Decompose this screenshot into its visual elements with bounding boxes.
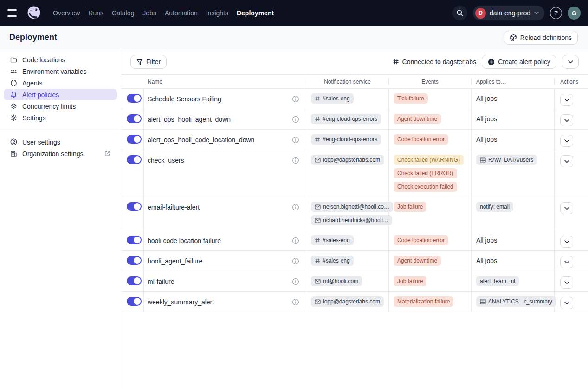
slack-icon	[315, 237, 320, 243]
slack-icon	[315, 116, 320, 122]
workspace-avatar: D	[475, 8, 486, 19]
alert-policy-toggle[interactable]	[127, 236, 142, 244]
filter-label: Filter	[146, 58, 161, 66]
event-pill: Code location error	[394, 134, 448, 145]
reload-definitions-button[interactable]: Reload definitions	[504, 31, 578, 45]
sidebar-item-alert-policies[interactable]: Alert policies	[4, 89, 117, 100]
more-options-button[interactable]	[562, 55, 579, 69]
row-actions-button[interactable]	[560, 155, 573, 167]
info-icon[interactable]	[292, 136, 299, 144]
policy-name: ml-failure	[148, 278, 174, 285]
table-row: check_userslopp@dagsterlabs.comCheck fai…	[121, 150, 588, 197]
nav-item-overview[interactable]: Overview	[53, 9, 80, 17]
hamburger-menu-icon[interactable]	[7, 7, 20, 20]
slack-notification-pill: #eng-cloud-ops-errors	[311, 134, 381, 145]
nav-item-catalog[interactable]: Catalog	[112, 9, 134, 17]
row-actions-button[interactable]	[560, 276, 573, 289]
applies-to-text: All jobs	[476, 134, 549, 143]
sidebar-item-label: Agents	[22, 79, 43, 87]
policy-name: hooli code location failure	[148, 237, 221, 244]
chevron-down-icon	[564, 207, 569, 210]
info-icon[interactable]	[292, 298, 299, 306]
asset-grid-icon	[480, 157, 486, 163]
sidebar-item-code-locations[interactable]: Code locations	[4, 54, 117, 66]
alert-policy-toggle[interactable]	[127, 297, 142, 306]
row-actions-button[interactable]	[560, 202, 573, 214]
info-icon[interactable]	[292, 278, 299, 285]
email-notification-pill: nelson.bighetti@hooli.co…	[311, 202, 393, 212]
alert-policy-toggle[interactable]	[127, 114, 142, 123]
applies-to-text: All jobs	[476, 93, 549, 102]
chevron-down-icon	[564, 119, 569, 122]
nav-item-deployment[interactable]: Deployment	[237, 9, 274, 17]
slack-icon	[315, 258, 320, 263]
info-icon[interactable]	[292, 257, 299, 265]
alert-policy-toggle[interactable]	[127, 276, 142, 285]
sidebar-item-agents[interactable]: Agents	[4, 77, 117, 89]
info-icon[interactable]	[292, 237, 299, 244]
applies-to-pill: RAW_DATA/users	[476, 155, 537, 165]
sidebar-item-concurrency-limits[interactable]: Concurrency limits	[4, 100, 117, 112]
event-pill: Agent downtime	[394, 114, 441, 124]
table-row: Schedule Sensors Failing#sales-engTick f…	[121, 89, 588, 109]
chevron-down-icon	[564, 99, 569, 102]
sidebar-item-organization-settings[interactable]: Organization settings	[4, 148, 117, 159]
sidebar-item-label: Alert policies	[22, 91, 59, 99]
variables-icon	[10, 68, 17, 75]
event-pill: Job failure	[394, 276, 426, 286]
table-row: hooli_agent_failure#sales-engAgent downt…	[121, 251, 588, 271]
nav-item-insights[interactable]: Insights	[206, 9, 228, 17]
bell-icon	[10, 91, 17, 98]
nav-item-automation[interactable]: Automation	[165, 9, 198, 17]
nav-item-jobs[interactable]: Jobs	[142, 9, 156, 17]
name-column-header: Name	[144, 79, 306, 85]
deployment-sidebar: Code locationsEnvironment variablesAgent…	[0, 49, 121, 388]
event-pill: Tick failure	[394, 93, 428, 104]
alert-policy-toggle[interactable]	[127, 135, 142, 144]
email-notification-pill: lopp@dagsterlabs.com	[311, 296, 384, 307]
info-icon[interactable]	[292, 157, 299, 164]
notification-service-column-header: Notification service	[306, 79, 389, 85]
info-icon[interactable]	[292, 95, 299, 103]
chevron-down-icon	[564, 261, 569, 264]
slack-notification-pill: #sales-eng	[311, 235, 354, 245]
reload-definitions-label: Reload definitions	[520, 34, 572, 41]
policy-name: hooli_agent_failure	[148, 257, 202, 265]
search-icon	[456, 9, 464, 17]
sidebar-item-label: Concurrency limits	[22, 103, 76, 110]
row-actions-button[interactable]	[560, 94, 573, 106]
filter-button[interactable]: Filter	[130, 55, 167, 69]
policy-name: alert_ops_hooli_code_location_down	[148, 136, 254, 144]
help-button[interactable]: ?	[550, 7, 562, 19]
row-actions-button[interactable]	[560, 135, 573, 147]
row-actions-button[interactable]	[560, 236, 573, 248]
chevron-down-icon	[564, 302, 569, 305]
building-icon	[10, 151, 17, 157]
email-icon	[315, 279, 321, 284]
user-avatar[interactable]: G	[568, 7, 581, 20]
alert-policies-table: Name Notification service Events Applies…	[121, 74, 588, 312]
row-actions-button[interactable]	[560, 114, 573, 126]
dagster-logo-icon[interactable]	[26, 5, 42, 21]
table-header-row: Name Notification service Events Applies…	[121, 75, 588, 89]
alert-policy-toggle[interactable]	[127, 155, 142, 164]
alert-policy-toggle[interactable]	[127, 94, 142, 103]
slack-connection-status: Connected to dagsterlabs	[393, 58, 477, 66]
info-icon[interactable]	[292, 204, 299, 211]
sidebar-item-environment-variables[interactable]: Environment variables	[4, 66, 117, 77]
row-actions-button[interactable]	[560, 297, 573, 309]
sidebar-item-user-settings[interactable]: User settings	[4, 136, 117, 148]
alert-policy-toggle[interactable]	[127, 202, 142, 211]
nav-item-runs[interactable]: Runs	[88, 9, 103, 17]
external-link-icon	[104, 151, 110, 157]
row-actions-button[interactable]	[560, 256, 573, 268]
event-pill: Agent downtime	[394, 256, 441, 266]
workspace-switcher[interactable]: D data-eng-prod	[473, 6, 544, 20]
create-alert-policy-button[interactable]: Create alert policy	[482, 55, 556, 69]
search-button[interactable]	[452, 6, 467, 20]
info-icon[interactable]	[292, 116, 299, 123]
notification-label: lopp@dagsterlabs.com	[323, 157, 380, 163]
alert-policy-toggle[interactable]	[127, 256, 142, 265]
sidebar-item-settings[interactable]: Settings	[4, 112, 117, 124]
email-icon	[315, 158, 321, 163]
